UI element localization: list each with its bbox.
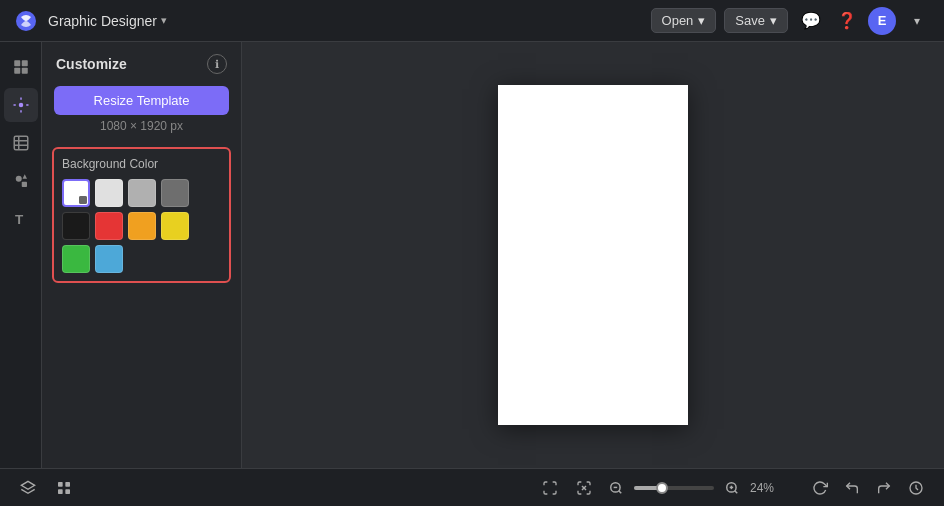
fullscreen-icon[interactable] <box>536 474 564 502</box>
sidebar-item-text[interactable]: T <box>4 202 38 236</box>
app-logo <box>12 7 40 35</box>
chat-icon[interactable]: 💬 <box>796 6 826 36</box>
avatar[interactable]: E <box>868 7 896 35</box>
swatch-black[interactable] <box>62 212 90 240</box>
sidebar-item-elements[interactable] <box>4 164 38 198</box>
main-area: T Customize ℹ Resize Template 1080 × 192… <box>0 42 944 468</box>
svg-rect-4 <box>21 68 27 74</box>
zoom-in-icon[interactable] <box>720 476 744 500</box>
zoom-slider[interactable] <box>634 486 714 490</box>
help-icon[interactable]: ❓ <box>832 6 862 36</box>
panel-header: Customize ℹ <box>42 42 241 82</box>
svg-marker-18 <box>21 481 34 489</box>
sidebar-item-media[interactable] <box>4 50 38 84</box>
svg-rect-20 <box>65 482 70 487</box>
svg-rect-21 <box>58 489 63 494</box>
redo-icon[interactable] <box>870 474 898 502</box>
panel-title: Customize <box>56 56 127 72</box>
swatch-green[interactable] <box>62 245 90 273</box>
refresh-icon[interactable] <box>806 474 834 502</box>
grid-icon[interactable] <box>50 474 78 502</box>
open-button[interactable]: Open ▾ <box>651 8 717 33</box>
svg-line-26 <box>619 490 622 493</box>
sidebar-icons: T <box>0 42 42 468</box>
layers-icon[interactable] <box>14 474 42 502</box>
topbar: Graphic Designer ▾ Open ▾ Save ▾ 💬 ❓ E ▾ <box>0 0 944 42</box>
svg-line-29 <box>735 490 738 493</box>
svg-point-5 <box>18 103 23 108</box>
sidebar-item-design[interactable] <box>4 88 38 122</box>
fit-screen-icon[interactable] <box>570 474 598 502</box>
svg-rect-22 <box>65 489 70 494</box>
swatch-red[interactable] <box>95 212 123 240</box>
svg-marker-16 <box>22 174 27 179</box>
svg-rect-19 <box>58 482 63 487</box>
zoom-out-icon[interactable] <box>604 476 628 500</box>
background-color-section: Background Color <box>52 147 231 283</box>
swatch-dark-gray[interactable] <box>161 179 189 207</box>
bg-color-label: Background Color <box>62 157 221 171</box>
zoom-controls: 24% <box>536 474 782 502</box>
app-dropdown-arrow[interactable]: ▾ <box>161 14 167 27</box>
zoom-percent: 24% <box>750 481 782 495</box>
swatch-yellow[interactable] <box>161 212 189 240</box>
app-title: Graphic Designer <box>48 13 157 29</box>
canvas-document <box>498 85 688 425</box>
svg-text:T: T <box>15 212 24 227</box>
swatch-blue[interactable] <box>95 245 123 273</box>
svg-point-14 <box>15 176 21 182</box>
history-icon[interactable] <box>902 474 930 502</box>
bottombar: 24% <box>0 468 944 506</box>
sidebar-item-layers[interactable] <box>4 126 38 160</box>
canvas-area <box>242 42 944 468</box>
account-dropdown-icon[interactable]: ▾ <box>902 6 932 36</box>
swatch-orange[interactable] <box>128 212 156 240</box>
svg-rect-1 <box>14 60 20 66</box>
undo-icon[interactable] <box>838 474 866 502</box>
save-button[interactable]: Save ▾ <box>724 8 788 33</box>
right-bottom-actions <box>806 474 930 502</box>
color-swatches <box>62 179 221 273</box>
info-button[interactable]: ℹ <box>207 54 227 74</box>
svg-rect-15 <box>21 182 26 187</box>
svg-rect-10 <box>14 136 28 150</box>
swatch-light-gray[interactable] <box>95 179 123 207</box>
resize-template-button[interactable]: Resize Template <box>54 86 229 115</box>
svg-rect-3 <box>14 68 20 74</box>
swatch-white[interactable] <box>62 179 90 207</box>
customize-panel: Customize ℹ Resize Template 1080 × 1920 … <box>42 42 242 468</box>
dimensions-text: 1080 × 1920 px <box>42 119 241 133</box>
swatch-medium-gray[interactable] <box>128 179 156 207</box>
svg-rect-2 <box>21 60 27 66</box>
